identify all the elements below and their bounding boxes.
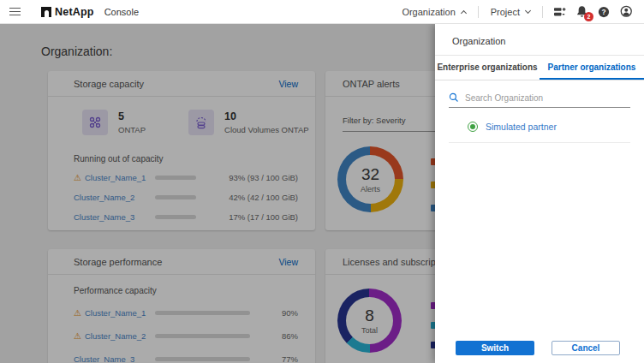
- product-name: Console: [104, 7, 139, 17]
- tab-enterprise-organizations[interactable]: Enterprise organizations: [435, 56, 540, 80]
- organization-selector-label: Organization: [402, 7, 455, 17]
- account-icon: [620, 5, 633, 18]
- organization-flyout-panel: Organization Enterprise organizations Pa…: [435, 24, 644, 363]
- notifications-button[interactable]: 2: [570, 0, 593, 24]
- help-button[interactable]: ?: [593, 0, 615, 24]
- account-button[interactable]: [615, 0, 637, 24]
- organization-selector[interactable]: Organization: [390, 0, 477, 23]
- hamburger-menu-icon[interactable]: [2, 0, 27, 24]
- brand-name: NetApp: [55, 6, 94, 18]
- netapp-logo-icon: [41, 7, 51, 17]
- search-input[interactable]: [465, 93, 630, 103]
- tab-partner-organizations[interactable]: Partner organizations: [540, 56, 644, 80]
- help-icon: ?: [598, 6, 610, 18]
- search-icon: [449, 92, 459, 103]
- option-label: Simulated partner: [486, 122, 557, 132]
- switch-button[interactable]: Switch: [456, 341, 534, 355]
- workloads-add-button[interactable]: [548, 0, 570, 24]
- svg-text:?: ?: [601, 7, 605, 15]
- cancel-button[interactable]: Cancel: [552, 341, 620, 355]
- project-selector-label: Project: [491, 7, 520, 17]
- top-navbar: NetApp Console Organization Project: [0, 0, 644, 24]
- panel-title: Organization: [435, 24, 644, 56]
- chevron-down-icon: [525, 8, 531, 14]
- panel-footer: Switch Cancel: [435, 332, 644, 363]
- chevron-up-icon: [461, 9, 467, 15]
- organization-search: [449, 92, 630, 108]
- brand: NetApp Console: [41, 6, 139, 18]
- project-selector[interactable]: Project: [479, 0, 542, 23]
- workloads-add-icon: [552, 5, 566, 19]
- organization-tabs: Enterprise organizations Partner organiz…: [435, 56, 644, 80]
- partner-option-simulated-partner[interactable]: Simulated partner: [449, 122, 630, 143]
- divider: [542, 6, 543, 18]
- radio-selected-icon[interactable]: [468, 122, 478, 132]
- topbar-right: Organization Project: [390, 0, 644, 23]
- app-window: NetApp Console Organization Project: [0, 0, 644, 363]
